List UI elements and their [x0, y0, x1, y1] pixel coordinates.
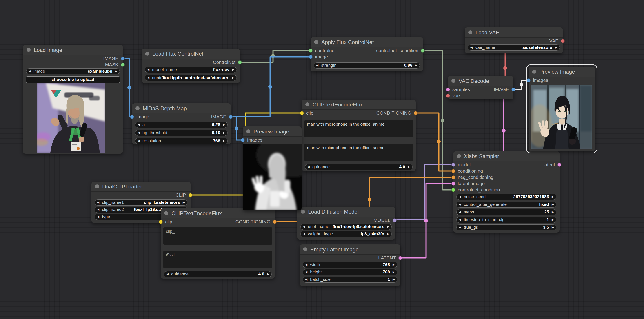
apply-flux-controlnet-input-controlnet[interactable]: [309, 49, 312, 52]
load-diffusion-model-widget-unet_name[interactable]: ◀unet_nameflux1-dev-fp8.safetensors▶: [300, 224, 392, 230]
node-cliptextencodeflux-top[interactable]: CLIPTextEncodeFluxclipCONDITIONINGman wi…: [302, 100, 416, 171]
cliptextencodeflux-top-titlebar[interactable]: CLIPTextEncodeFlux: [302, 100, 416, 110]
load-image-collapse-dot[interactable]: [26, 48, 30, 52]
widget-decrement-icon[interactable]: ◀: [97, 200, 99, 205]
midas-depth-map-widget-a[interactable]: ◀a6.28▶: [135, 122, 228, 128]
node-graph-canvas[interactable]: Load ImageIMAGEMASK◀imageexample.jpg▶cho…: [0, 0, 644, 319]
cliptextencodeflux-bottom-widget-guidance[interactable]: ◀guidance4.0▶: [164, 271, 272, 277]
load-image-widget-image[interactable]: ◀imageexample.jpg▶: [26, 68, 120, 74]
link-midpoint-dot[interactable]: [502, 129, 506, 132]
load-image-output-MASK[interactable]: [121, 63, 125, 67]
node-load-vae[interactable]: Load VAEVAE◀vae_nameae.safetensors▶: [465, 28, 563, 53]
load-vae-titlebar[interactable]: Load VAE: [465, 28, 563, 38]
preview-image-depth-collapse-dot[interactable]: [246, 130, 250, 134]
cliptextencodeflux-bottom-collapse-dot[interactable]: [164, 211, 168, 215]
xlabs-sampler-input-controlnet_condition[interactable]: [452, 188, 455, 192]
widget-decrement-icon[interactable]: ◀: [303, 231, 305, 236]
widget-decrement-icon[interactable]: ◀: [147, 75, 150, 80]
node-load-diffusion-model[interactable]: Load Diffusion ModelMODEL◀unet_nameflux1…: [297, 207, 395, 240]
midas-depth-map-output-IMAGE[interactable]: [229, 115, 232, 119]
widget-decrement-icon[interactable]: ◀: [459, 194, 461, 200]
widget-decrement-icon[interactable]: ◀: [28, 68, 31, 74]
preview-image-result-titlebar[interactable]: Preview Image: [528, 67, 595, 77]
link-midpoint-dot[interactable]: [128, 86, 131, 90]
load-flux-controlnet-titlebar[interactable]: Load Flux ControlNet: [142, 49, 240, 59]
vae-decode-titlebar[interactable]: VAE Decode: [448, 76, 514, 86]
xlabs-sampler-widget-noise_seed[interactable]: ◀noise_seed257762932021983▶: [456, 194, 556, 200]
dualcliploader-output-CLIP[interactable]: [188, 193, 192, 197]
load-diffusion-model-output-MODEL[interactable]: [393, 218, 396, 222]
load-vae-collapse-dot[interactable]: [468, 30, 472, 34]
vae-decode-output-IMAGE[interactable]: [512, 88, 515, 92]
preview-image-result-input-images[interactable]: [527, 78, 530, 82]
load-flux-controlnet-output-ControlNet[interactable]: [238, 60, 242, 64]
link-midpoint-dot[interactable]: [441, 119, 444, 122]
widget-decrement-icon[interactable]: ◀: [305, 269, 308, 275]
cliptextencodeflux-bottom-input-clip[interactable]: [159, 220, 163, 224]
load-vae-output-VAE[interactable]: [561, 39, 565, 43]
xlabs-sampler-input-conditioning[interactable]: [452, 169, 455, 173]
widget-increment-icon[interactable]: ▶: [387, 231, 389, 236]
widget-increment-icon[interactable]: ▶: [223, 138, 225, 144]
xlabs-sampler-widget-true_gs[interactable]: ◀true_gs3.5▶: [456, 224, 556, 230]
vae-decode-input-samples[interactable]: [446, 88, 450, 92]
dualcliploader-titlebar[interactable]: DualCLIPLoader: [92, 182, 190, 192]
xlabs-sampler-input-latent_image[interactable]: [452, 182, 455, 186]
cliptextencodeflux-top-widget-guidance[interactable]: ◀guidance4.0▶: [305, 164, 412, 170]
load-vae-widget-vae_name[interactable]: ◀vae_nameae.safetensors▶: [468, 44, 560, 50]
cliptextencodeflux-top-input-clip[interactable]: [300, 111, 304, 115]
link-midpoint-dot[interactable]: [268, 85, 272, 88]
widget-increment-icon[interactable]: ▶: [392, 269, 395, 275]
vae-decode-collapse-dot[interactable]: [452, 79, 456, 83]
xlabs-sampler-input-model[interactable]: [452, 163, 455, 167]
widget-increment-icon[interactable]: ▶: [552, 209, 554, 215]
widget-increment-icon[interactable]: ▶: [223, 130, 225, 136]
xlabs-sampler-input-neg_conditioning[interactable]: [452, 176, 455, 179]
widget-decrement-icon[interactable]: ◀: [459, 209, 461, 215]
widget-decrement-icon[interactable]: ◀: [470, 45, 472, 50]
cliptextencodeflux-top-output-CONDITIONING[interactable]: [414, 111, 418, 115]
xlabs-sampler-collapse-dot[interactable]: [457, 154, 461, 158]
node-load-flux-controlnet[interactable]: Load Flux ControlNetControlNet◀model_nam…: [142, 49, 240, 83]
widget-decrement-icon[interactable]: ◀: [147, 67, 150, 72]
widget-increment-icon[interactable]: ▶: [232, 67, 234, 72]
widget-increment-icon[interactable]: ▶: [392, 262, 395, 267]
xlabs-sampler-widget-timestep_to_start_cfg[interactable]: ◀timestep_to_start_cfg1▶: [456, 217, 556, 223]
midas-depth-map-widget-resolution[interactable]: ◀resolution768▶: [135, 138, 228, 144]
node-load-image[interactable]: Load ImageIMAGEMASK◀imageexample.jpg▶cho…: [23, 45, 123, 154]
midas-depth-map-titlebar[interactable]: MiDaS Depth Map: [132, 103, 231, 114]
widget-increment-icon[interactable]: ▶: [267, 271, 269, 277]
load-diffusion-model-widget-weight_dtype[interactable]: ◀weight_dtypefp8_e4m3fn▶: [300, 231, 392, 237]
link-midpoint-dot[interactable]: [368, 198, 372, 201]
cliptextencodeflux-top-collapse-dot[interactable]: [305, 102, 310, 106]
widget-decrement-icon[interactable]: ◀: [305, 277, 308, 282]
node-midas-depth-map[interactable]: MiDaS Depth MapimageIMAGE◀a6.28▶◀bg_thre…: [132, 103, 231, 144]
node-vae-decode[interactable]: VAE DecodesamplesvaeIMAGE: [448, 76, 514, 99]
empty-latent-image-titlebar[interactable]: Empty Latent Image: [300, 244, 400, 254]
widget-decrement-icon[interactable]: ◀: [459, 217, 461, 222]
empty-latent-image-widget-batch_size[interactable]: ◀batch_size1▶: [303, 276, 397, 282]
widget-increment-icon[interactable]: ▶: [552, 194, 554, 200]
link-midpoint-dot[interactable]: [520, 83, 523, 86]
widget-increment-icon[interactable]: ▶: [392, 277, 395, 282]
widget-increment-icon[interactable]: ▶: [552, 225, 554, 230]
widget-decrement-icon[interactable]: ◀: [97, 214, 99, 220]
xlabs-sampler-widget-control_after_generate[interactable]: ◀control_after_generatefixed▶: [456, 202, 556, 208]
empty-latent-image-collapse-dot[interactable]: [303, 247, 307, 252]
preview-image-result-collapse-dot[interactable]: [532, 70, 536, 74]
apply-flux-controlnet-titlebar[interactable]: Apply Flux ControlNet: [310, 37, 423, 47]
widget-increment-icon[interactable]: ▶: [408, 164, 410, 170]
load-diffusion-model-titlebar[interactable]: Load Diffusion Model: [297, 207, 395, 217]
link-midpoint-dot[interactable]: [503, 66, 507, 70]
widget-decrement-icon[interactable]: ◀: [316, 63, 318, 68]
widget-decrement-icon[interactable]: ◀: [303, 224, 305, 229]
widget-decrement-icon[interactable]: ◀: [459, 202, 461, 207]
link-midpoint-dot[interactable]: [424, 219, 428, 222]
node-cliptextencodeflux-bottom[interactable]: CLIPTextEncodeFluxclipCONDITIONINGclip_l…: [161, 208, 275, 278]
empty-latent-image-widget-width[interactable]: ◀width768▶: [303, 262, 397, 268]
vae-decode-input-vae[interactable]: [446, 94, 450, 98]
widget-decrement-icon[interactable]: ◀: [97, 207, 99, 212]
load-flux-controlnet-widget-model_name[interactable]: ◀model_nameflux-dev▶: [145, 67, 237, 73]
widget-increment-icon[interactable]: ▶: [183, 200, 185, 205]
empty-latent-image-output-LATENT[interactable]: [398, 256, 402, 260]
